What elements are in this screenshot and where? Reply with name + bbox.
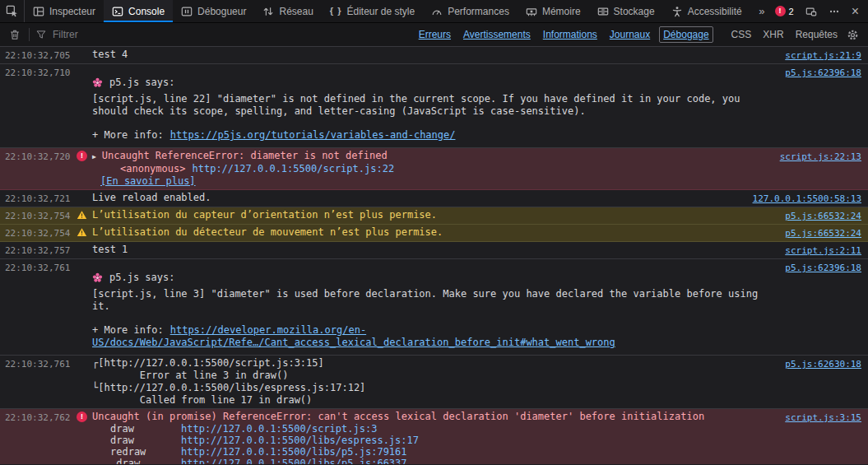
timestamp: 22:10:32,721 <box>0 192 71 205</box>
filter-type-2[interactable]: Requêtes <box>791 27 842 42</box>
filter-level-0[interactable]: Erreurs <box>415 27 454 42</box>
accessibility-icon <box>671 6 683 17</box>
error-count-badge[interactable]: ! 2 <box>769 0 800 22</box>
tab-storage[interactable]: Stockage <box>589 0 663 22</box>
trace-line: ┌[http://127.0.0.1:5500/script.js:3:15] <box>92 357 777 370</box>
source-location-link[interactable]: p5.js:62630:18 <box>777 357 868 370</box>
stack-frame: drawhttp://127.0.0.1:5500/script.js:3 <box>92 423 777 435</box>
more-info-line: + More info:https://p5js.org/tutorials/v… <box>92 129 777 142</box>
message-content: ▶Uncaught ReferenceError: diameter is no… <box>92 150 772 188</box>
type-filters: CSSXHRRequêtes <box>726 27 842 42</box>
overflow-tabs-button[interactable]: » <box>753 0 768 22</box>
message-content: ┌[http://127.0.0.1:5500/script.js:3:15] … <box>92 357 777 407</box>
source-location-link[interactable]: p5.js:62396:18 <box>777 66 868 79</box>
more-info-link[interactable]: https://p5js.org/tutorials/variables-and… <box>170 129 456 141</box>
separate-window-button[interactable] <box>800 0 823 22</box>
source-location-link[interactable]: script.js:22:13 <box>772 150 868 163</box>
error-count-label: 2 <box>789 7 794 16</box>
timestamp: 22:10:32,761 <box>0 357 71 407</box>
frame-function: draw <box>110 435 181 446</box>
error-icon: ! <box>775 6 786 16</box>
console-icon <box>112 6 123 17</box>
source-location-link[interactable]: script.js:3:15 <box>777 411 868 424</box>
close-icon: × <box>852 5 859 18</box>
tab-console[interactable]: Console <box>104 0 173 22</box>
message-icon-column <box>71 66 92 142</box>
console-message: 22:10:32,710p5.js says:[script.js, line … <box>0 64 868 148</box>
filter-level-2[interactable]: Informations <box>540 27 601 42</box>
frame-url[interactable]: http://127.0.0.1:5500/script.js:22 <box>192 163 394 175</box>
tab-network[interactable]: Réseau <box>254 0 321 22</box>
gear-icon <box>847 29 859 41</box>
source-location-link[interactable]: p5.js:66532:24 <box>777 209 868 222</box>
source-location-link[interactable]: script.js:2:11 <box>777 244 868 257</box>
tab-memory[interactable]: Mémoire <box>518 0 589 22</box>
stack-frame: _drawhttp://127.0.0.1:5500/libs/p5.js:66… <box>92 458 777 464</box>
tab-debugger[interactable]: Débogueur <box>173 0 254 22</box>
expand-arrow-icon[interactable]: ▶ <box>92 153 96 160</box>
message-text: test 1 <box>92 244 128 255</box>
message-icon-column <box>71 49 92 62</box>
filter-level-4[interactable]: Débogage <box>659 26 713 43</box>
tab-inspector[interactable]: Inspecteur <box>25 0 104 22</box>
style-editor-icon: { } <box>330 7 342 16</box>
p5-header: p5.js says: <box>92 77 777 89</box>
pick-element-icon <box>6 5 18 17</box>
meatball-menu-icon <box>829 6 840 17</box>
frame-url[interactable]: http://127.0.0.1:5500/libs/p5.js:66337 <box>181 458 407 464</box>
frame-url[interactable]: http://127.0.0.1:5500/libs/p5.js:79161 <box>181 446 407 458</box>
message-content: Live reload enabled. <box>92 192 745 205</box>
pick-element-button[interactable] <box>0 0 25 22</box>
clear-console-button[interactable] <box>5 27 25 42</box>
tab-label: Inspecteur <box>49 6 95 17</box>
frame-function: draw <box>110 423 181 435</box>
more-info-link[interactable]: https://developer.mozilla.org/en-US/docs… <box>92 324 615 348</box>
performance-icon <box>431 6 443 17</box>
filter-type-1[interactable]: XHR <box>758 27 788 42</box>
learn-more-link[interactable]: [En savoir plus] <box>92 175 196 188</box>
vertical-separator <box>29 28 30 41</box>
frame-url[interactable]: http://127.0.0.1:5500/script.js:3 <box>181 423 377 435</box>
filter-level-1[interactable]: Avertissements <box>460 27 534 42</box>
filter-input[interactable] <box>51 28 415 41</box>
message-content: L’utilisation du capteur d’orientation n… <box>92 209 777 222</box>
source-location-link[interactable]: script.js:21:9 <box>777 49 868 62</box>
message-text: [script.js, line 22] "diameter" is not d… <box>92 93 777 118</box>
filter-level-3[interactable]: Journaux <box>606 27 653 42</box>
p5-says-label: p5.js says: <box>109 272 174 284</box>
message-text: Live reload enabled. <box>92 192 211 203</box>
timestamp: 22:10:32,757 <box>0 244 71 257</box>
console-output: 22:10:32,705test 4script.js:21:922:10:32… <box>0 47 868 464</box>
timestamp: 22:10:32,761 <box>0 261 71 349</box>
console-message: 22:10:32,757test 1script.js:2:11 <box>0 242 868 259</box>
message-icon-column: ! <box>71 411 92 464</box>
source-location-link[interactable]: p5.js:62396:18 <box>777 261 868 274</box>
source-location-link[interactable]: p5.js:66532:24 <box>777 226 868 239</box>
message-icon-column <box>71 192 92 205</box>
storage-icon <box>597 6 609 17</box>
tab-performance[interactable]: Performances <box>423 0 518 22</box>
frame-url[interactable]: http://127.0.0.1:5500/libs/espress.js:17 <box>181 435 419 446</box>
timestamp: 22:10:32,710 <box>0 66 71 142</box>
trace-line: Called from line 17 in draw() <box>92 394 777 407</box>
filter-input-wrap <box>34 28 415 41</box>
p5-says-label: p5.js says: <box>109 77 174 89</box>
source-location-link[interactable]: 127.0.0.1:5500:58:13 <box>745 192 868 205</box>
filter-type-0[interactable]: CSS <box>726 27 757 42</box>
tab-accessibility[interactable]: Accessibilité <box>663 0 750 22</box>
inspector-icon <box>33 6 44 17</box>
message-icon-column <box>71 261 92 349</box>
warning-icon <box>77 210 87 220</box>
tab-label: Accessibilité <box>688 6 742 17</box>
message-content: test 1 <box>92 244 777 257</box>
funnel-icon <box>36 30 46 40</box>
console-settings-button[interactable] <box>842 27 863 43</box>
error-icon: ! <box>77 151 87 161</box>
console-message: 22:10:32,761p5.js says:[script.js, line … <box>0 259 868 356</box>
timestamp: 22:10:32,705 <box>0 49 71 62</box>
message-icon-column <box>71 244 92 257</box>
devtools-menu-button[interactable] <box>823 0 846 22</box>
tab-style-editor[interactable]: { }Éditeur de style <box>322 0 423 22</box>
close-devtools-button[interactable]: × <box>846 0 865 22</box>
error-text: Uncaught (in promise) ReferenceError: ca… <box>92 411 704 422</box>
